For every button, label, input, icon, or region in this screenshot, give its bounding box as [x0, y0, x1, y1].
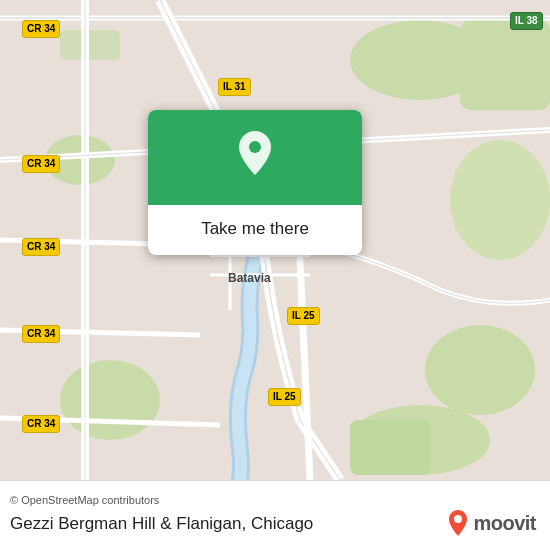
- road-label-il25-top: IL 25: [287, 307, 320, 325]
- road-label-il38: IL 38: [510, 12, 543, 30]
- svg-text:Batavia: Batavia: [228, 271, 271, 285]
- take-me-there-button[interactable]: Take me there: [160, 215, 350, 243]
- svg-rect-5: [60, 30, 120, 60]
- road-label-cr34-bot1: CR 34: [22, 325, 60, 343]
- road-label-cr34-bot2: CR 34: [22, 415, 60, 433]
- popup-button-area: Take me there: [148, 205, 362, 255]
- location-pin-icon: [233, 131, 277, 185]
- road-label-il25-bot: IL 25: [268, 388, 301, 406]
- svg-point-25: [249, 141, 261, 153]
- moovit-text: moovit: [473, 512, 536, 535]
- moovit-pin-icon: [447, 510, 469, 538]
- popup-header: [148, 110, 362, 205]
- map-container: Batavia CR 34 IL 38 CR 34 IL 31 CR 34 IL…: [0, 0, 550, 480]
- bottom-bar: © OpenStreetMap contributors Gezzi Bergm…: [0, 480, 550, 550]
- svg-rect-9: [350, 420, 430, 475]
- svg-point-3: [450, 140, 550, 260]
- popup-card: Take me there: [148, 110, 362, 255]
- road-label-cr34-mid1: CR 34: [22, 155, 60, 173]
- moovit-logo: moovit: [447, 510, 536, 538]
- bottom-row: Gezzi Bergman Hill & Flanigan, Chicago m…: [10, 510, 536, 538]
- attribution-text: © OpenStreetMap contributors: [10, 494, 536, 506]
- road-label-il31: IL 31: [218, 78, 251, 96]
- svg-point-26: [454, 515, 462, 523]
- svg-point-4: [425, 325, 535, 415]
- road-label-cr34-mid2: CR 34: [22, 238, 60, 256]
- road-label-cr34-top: CR 34: [22, 20, 60, 38]
- location-name: Gezzi Bergman Hill & Flanigan, Chicago: [10, 514, 313, 534]
- svg-point-7: [60, 360, 160, 440]
- svg-rect-2: [460, 20, 550, 110]
